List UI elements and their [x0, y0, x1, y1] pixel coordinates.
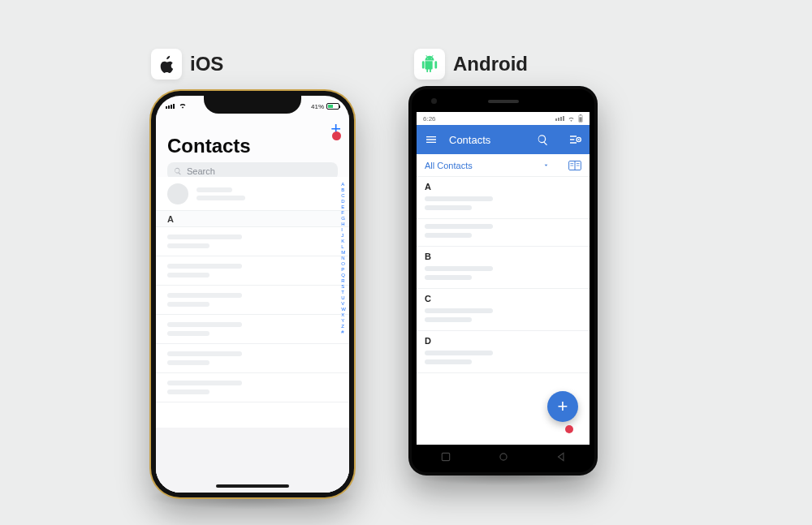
- fab-notification-badge: [565, 425, 573, 433]
- index-letter[interactable]: J: [341, 233, 346, 239]
- home-indicator[interactable]: [216, 484, 289, 488]
- list-item[interactable]: [156, 227, 349, 256]
- ios-signal-wifi: [166, 102, 187, 110]
- index-letter[interactable]: Q: [341, 273, 346, 278]
- index-letter[interactable]: P: [341, 267, 346, 273]
- list-item[interactable]: [417, 191, 590, 219]
- status-time: 6:26: [423, 115, 436, 123]
- platform-label-ios-text: iOS: [190, 53, 223, 75]
- android-nav-bar: [417, 448, 590, 466]
- index-letter[interactable]: O: [341, 261, 346, 267]
- page-title: Contacts: [167, 135, 338, 157]
- iphone-notch: [204, 96, 301, 114]
- index-letter[interactable]: #: [341, 329, 346, 335]
- index-letter[interactable]: S: [341, 284, 346, 290]
- list-item[interactable]: [417, 261, 590, 289]
- svg-rect-2: [579, 117, 581, 122]
- android-device-frame: 6:26 Contacts All Contacts: [408, 86, 598, 476]
- nav-recents-icon[interactable]: [440, 451, 451, 463]
- section-header: B: [417, 247, 590, 261]
- index-letter[interactable]: C: [341, 193, 346, 199]
- list-item[interactable]: [156, 286, 349, 315]
- filter-dropdown[interactable]: All Contacts: [425, 161, 473, 170]
- iphone-device-frame: 41% + Contacts Search A: [149, 89, 356, 499]
- index-letter[interactable]: A: [341, 182, 346, 187]
- wifi-icon: [179, 102, 187, 109]
- ios-nav-header: + Contacts Search: [156, 114, 349, 177]
- index-letter[interactable]: D: [341, 199, 346, 204]
- android-contacts-list[interactable]: ABCD: [417, 177, 590, 373]
- signal-bars-icon: [166, 104, 175, 109]
- list-item[interactable]: [417, 303, 590, 331]
- list-item[interactable]: [417, 219, 590, 247]
- index-letter[interactable]: Y: [341, 318, 346, 324]
- index-letter[interactable]: X: [341, 312, 346, 318]
- search-placeholder: Search: [187, 166, 215, 176]
- list-item[interactable]: [156, 315, 349, 344]
- index-letter[interactable]: K: [341, 239, 346, 244]
- index-letter[interactable]: U: [341, 295, 346, 301]
- alphabet-index-scrubber[interactable]: ABCDEFGHIJKLMNOPQRSTUVWXYZ#: [341, 182, 346, 335]
- nav-back-icon[interactable]: [555, 451, 567, 463]
- svg-rect-11: [442, 453, 449, 460]
- index-letter[interactable]: R: [341, 278, 346, 284]
- platform-label-ios: iOS: [151, 49, 223, 80]
- section-header: C: [417, 289, 590, 303]
- index-letter[interactable]: E: [341, 204, 346, 210]
- index-letter[interactable]: B: [341, 187, 346, 193]
- ios-contacts-list[interactable]: A: [156, 177, 349, 493]
- svg-point-4: [578, 139, 580, 140]
- list-item[interactable]: [156, 344, 349, 373]
- index-letter[interactable]: F: [341, 210, 346, 216]
- placeholder-lines: [197, 187, 245, 200]
- list-item[interactable]: [417, 346, 590, 373]
- svg-rect-1: [580, 114, 581, 115]
- battery-icon: [578, 114, 583, 123]
- search-icon[interactable]: [537, 134, 549, 146]
- list-item[interactable]: [156, 256, 349, 286]
- android-logo-icon: [414, 49, 445, 80]
- section-header-a: A: [156, 211, 349, 227]
- my-card-row[interactable]: [156, 177, 349, 211]
- android-appbar: Contacts: [417, 125, 590, 154]
- fab-add-contact[interactable]: +: [547, 391, 578, 422]
- android-status-bar: 6:26: [417, 112, 590, 125]
- index-letter[interactable]: H: [341, 222, 346, 227]
- index-letter[interactable]: T: [341, 290, 346, 295]
- battery-icon: [326, 103, 339, 110]
- front-camera: [431, 98, 437, 104]
- section-header: A: [417, 177, 590, 191]
- battery-percent: 41%: [311, 103, 324, 110]
- hamburger-menu-icon[interactable]: [425, 133, 438, 146]
- apple-logo-icon: [151, 49, 182, 80]
- contacts-filter-row: All Contacts: [417, 154, 590, 177]
- avatar: [167, 183, 188, 204]
- chevron-down-icon[interactable]: [542, 161, 550, 169]
- index-letter[interactable]: Z: [341, 324, 346, 329]
- index-letter[interactable]: G: [341, 216, 346, 222]
- index-letter[interactable]: N: [341, 256, 346, 261]
- wifi-icon: [568, 116, 575, 122]
- appbar-title: Contacts: [449, 134, 490, 146]
- platform-label-android: Android: [414, 49, 528, 80]
- earpiece: [488, 100, 519, 103]
- nav-home-icon[interactable]: [498, 451, 509, 463]
- index-letter[interactable]: V: [341, 301, 346, 307]
- index-letter[interactable]: M: [341, 250, 346, 256]
- platform-label-android-text: Android: [453, 53, 528, 75]
- settings-filter-icon[interactable]: [568, 133, 581, 146]
- index-letter[interactable]: L: [341, 244, 346, 250]
- add-notification-badge: [332, 131, 341, 140]
- list-item[interactable]: [156, 373, 349, 402]
- index-letter[interactable]: W: [341, 307, 346, 312]
- search-icon: [174, 167, 182, 175]
- signal-bars-icon: [555, 116, 564, 121]
- svg-point-12: [499, 454, 506, 460]
- address-book-icon[interactable]: [568, 160, 581, 171]
- list-bottom-gap: [156, 428, 349, 493]
- section-header: D: [417, 331, 590, 346]
- index-letter[interactable]: I: [341, 227, 346, 233]
